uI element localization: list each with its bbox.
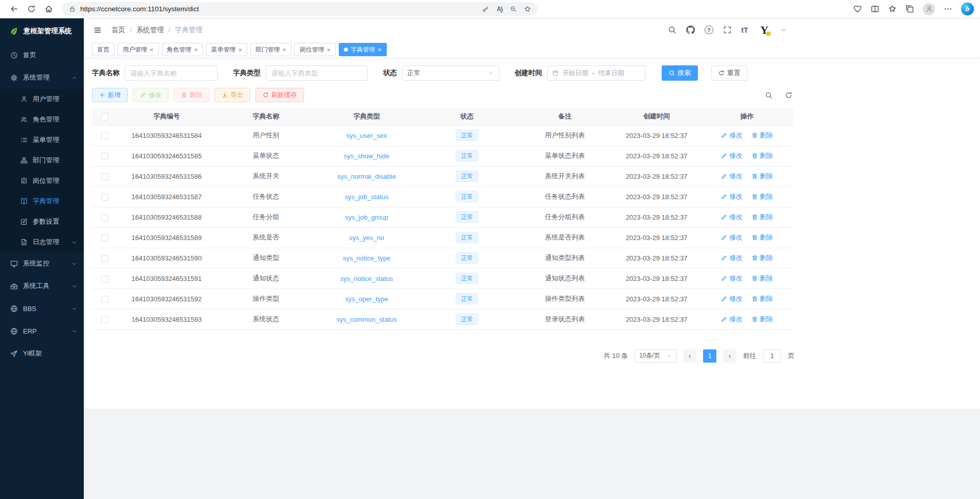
row-edit-button[interactable]: 修改	[721, 253, 742, 263]
table-row[interactable]: 1641030593246531591 通知状态 sys_notice_stat…	[92, 268, 794, 289]
split-screen-icon[interactable]	[871, 5, 879, 13]
dict-type-link[interactable]: sys_normal_disable	[337, 173, 396, 180]
close-icon[interactable]: ×	[326, 46, 331, 53]
next-page-button[interactable]: ›	[723, 349, 736, 363]
row-checkbox[interactable]	[101, 316, 108, 323]
search-button[interactable]: 搜索	[662, 65, 698, 81]
row-checkbox[interactable]	[101, 234, 108, 242]
tab-user-management[interactable]: 用户管理×	[118, 43, 159, 56]
close-icon[interactable]: ×	[283, 46, 287, 53]
sidebar-item-menu-management[interactable]: 菜单管理	[0, 130, 84, 150]
sidebar-item-erp[interactable]: ERP	[0, 320, 84, 342]
row-edit-button[interactable]: 修改	[721, 192, 742, 201]
reset-button[interactable]: 重置	[711, 65, 748, 81]
row-edit-button[interactable]: 修改	[721, 131, 742, 140]
date-range-picker[interactable]: 开始日期 - 结束日期	[547, 65, 645, 81]
dict-type-link[interactable]: sys_yes_no	[349, 234, 384, 242]
browser-essentials-icon[interactable]	[853, 5, 862, 13]
collections-icon[interactable]	[905, 5, 914, 13]
row-checkbox[interactable]	[101, 255, 108, 262]
export-button[interactable]: 导出	[215, 88, 250, 102]
dict-type-link[interactable]: sys_show_hide	[344, 152, 389, 160]
sidebar-item-post-management[interactable]: 岗位管理	[0, 171, 84, 191]
zoom-out-icon[interactable]	[510, 6, 517, 12]
table-row[interactable]: 1641030593246531584 用户性别 sys_user_sex 正常…	[92, 125, 794, 146]
breadcrumb-system[interactable]: 系统管理	[136, 26, 164, 35]
profile-avatar[interactable]	[923, 3, 935, 15]
tab-home[interactable]: 首页	[92, 43, 114, 56]
sidebar-toggle-button[interactable]	[90, 22, 105, 38]
row-checkbox[interactable]	[101, 275, 108, 282]
row-delete-button[interactable]: 删除	[752, 151, 773, 160]
dict-type-link[interactable]: sys_notice_type	[343, 254, 390, 262]
refresh-table-icon[interactable]	[785, 91, 792, 99]
close-icon[interactable]: ×	[378, 46, 382, 53]
delete-button[interactable]: 删除	[174, 88, 209, 102]
row-edit-button[interactable]: 修改	[721, 151, 742, 160]
dict-type-link[interactable]: sys_notice_status	[340, 275, 393, 282]
table-row[interactable]: 1641030593246531590 通知类型 sys_notice_type…	[92, 248, 794, 268]
select-all-checkbox[interactable]	[101, 113, 108, 121]
row-delete-button[interactable]: 删除	[752, 131, 773, 140]
row-checkbox[interactable]	[101, 214, 108, 221]
tab-dept-management[interactable]: 部门管理×	[250, 43, 292, 56]
breadcrumb-home[interactable]: 首页	[111, 26, 125, 35]
row-delete-button[interactable]: 删除	[752, 172, 773, 181]
dict-type-link[interactable]: sys_oper_type	[345, 295, 388, 303]
table-row[interactable]: 1641030593246531587 任务状态 sys_job_status …	[92, 186, 794, 207]
table-row[interactable]: 1641030593246531586 系统开关 sys_normal_disa…	[92, 166, 794, 186]
table-row[interactable]: 1641030593246531585 菜单状态 sys_show_hide 正…	[92, 146, 794, 166]
row-delete-button[interactable]: 删除	[752, 294, 773, 303]
address-bar[interactable]: https://ccnetcore.com:1101/system/dict A…	[62, 2, 538, 16]
font-size-icon[interactable]: tT	[741, 26, 748, 34]
fullscreen-icon[interactable]	[723, 26, 732, 34]
sidebar-item-role-management[interactable]: 角色管理	[0, 109, 84, 130]
github-icon[interactable]	[686, 26, 695, 34]
favorites-bar-icon[interactable]	[888, 5, 897, 13]
sidebar-item-log-management[interactable]: 日志管理	[0, 232, 84, 252]
dict-type-link[interactable]: sys_user_sex	[346, 132, 387, 139]
add-button[interactable]: 新增	[92, 88, 128, 102]
tab-dict-management[interactable]: 字典管理×	[339, 43, 387, 56]
chevron-down-icon[interactable]	[781, 27, 786, 33]
dict-type-link[interactable]: sys_common_status	[336, 316, 397, 323]
table-row[interactable]: 1641030593246531592 操作类型 sys_oper_type 正…	[92, 289, 794, 309]
row-checkbox[interactable]	[101, 153, 108, 160]
table-row[interactable]: 1641030593246531588 任务分组 sys_job_group 正…	[92, 207, 794, 227]
row-edit-button[interactable]: 修改	[721, 294, 742, 303]
sidebar-item-system-tools[interactable]: 系统工具	[0, 275, 84, 297]
dict-type-link[interactable]: sys_job_status	[345, 193, 389, 201]
sidebar-item-user-management[interactable]: 用户管理	[0, 89, 84, 109]
sidebar-item-system-monitor[interactable]: 系统监控	[0, 252, 84, 275]
row-edit-button[interactable]: 修改	[721, 233, 742, 242]
user-avatar[interactable]: Y	[758, 23, 771, 37]
edit-button[interactable]: 修改	[133, 88, 169, 102]
browser-back-button[interactable]	[6, 2, 21, 17]
table-row[interactable]: 1641030593246531593 系统状态 sys_common_stat…	[92, 309, 794, 329]
dict-name-input[interactable]	[125, 65, 218, 81]
sidebar-item-dept-management[interactable]: 部门管理	[0, 150, 84, 171]
search-icon[interactable]	[668, 26, 676, 34]
dict-type-input[interactable]	[266, 65, 368, 81]
browser-home-button[interactable]	[41, 2, 56, 17]
dict-type-link[interactable]: sys_job_group	[345, 213, 388, 221]
sidebar-item-yi-framework[interactable]: Yi框架	[0, 342, 84, 365]
row-delete-button[interactable]: 删除	[752, 253, 773, 263]
sidebar-item-param-settings[interactable]: 参数设置	[0, 211, 84, 232]
row-checkbox[interactable]	[101, 173, 108, 180]
tab-post-management[interactable]: 岗位管理×	[294, 43, 336, 56]
row-delete-button[interactable]: 删除	[752, 192, 773, 201]
read-aloud-icon[interactable]: A)	[497, 6, 502, 13]
goto-page-input[interactable]	[763, 349, 781, 363]
status-select[interactable]: 正常	[402, 65, 499, 81]
row-checkbox[interactable]	[101, 194, 108, 201]
favorite-star-icon[interactable]	[524, 6, 531, 12]
sidebar-item-home[interactable]: 首页	[0, 44, 84, 66]
sidebar-item-bbs[interactable]: BBS	[0, 297, 84, 320]
tab-role-management[interactable]: 角色管理×	[162, 43, 203, 56]
row-edit-button[interactable]: 修改	[721, 172, 742, 181]
table-row[interactable]: 1641030593246531589 系统是否 sys_yes_no 正常 系…	[92, 227, 794, 248]
row-edit-button[interactable]: 修改	[721, 212, 742, 222]
close-icon[interactable]: ×	[194, 46, 198, 53]
browser-refresh-button[interactable]	[24, 2, 39, 17]
